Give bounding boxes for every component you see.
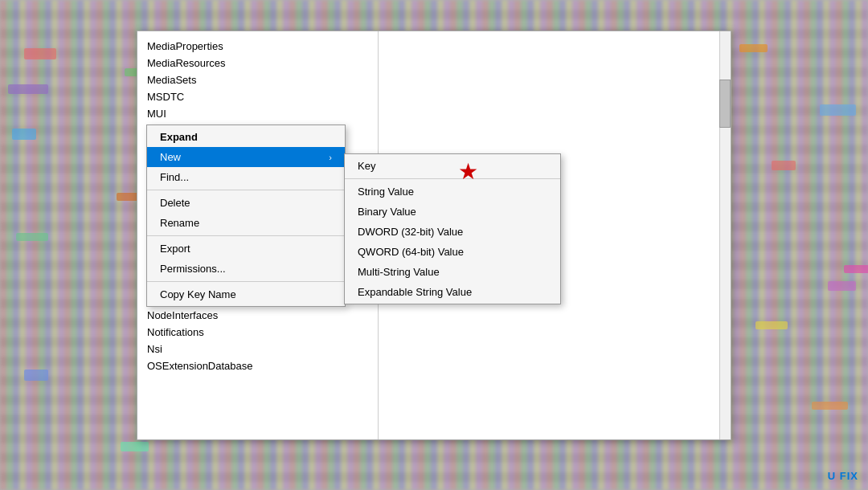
- scrollbar-thumb[interactable]: [719, 80, 731, 128]
- submenu-arrow-icon: ›: [329, 153, 332, 162]
- bg-decoration: [8, 84, 48, 94]
- submenu-item-binary-value[interactable]: Binary Value: [345, 202, 560, 222]
- tree-item-mui[interactable]: MUI: [137, 105, 378, 122]
- red-star-annotation: ★: [458, 161, 478, 183]
- submenu-item-multi-string-value[interactable]: Multi-String Value: [345, 262, 560, 282]
- tree-item-msdtc[interactable]: MSDTC: [137, 88, 378, 105]
- tree-item-node-interfaces[interactable]: NodeInterfaces: [137, 307, 378, 324]
- menu-item-new[interactable]: New ›: [147, 147, 345, 167]
- watermark-text: U FIX: [828, 470, 858, 482]
- separator-3: [147, 281, 345, 282]
- tree-item-notifications[interactable]: Notifications: [137, 324, 378, 341]
- context-menu: Expand New › Find... Delete Rename Expor…: [146, 125, 346, 307]
- tree-item-media-resources[interactable]: MediaResources: [137, 55, 378, 71]
- bg-decoration: [772, 161, 796, 170]
- submenu-item-expandable-string-value[interactable]: Expandable String Value: [345, 282, 560, 302]
- bg-decoration: [24, 48, 56, 59]
- bg-decoration: [24, 370, 48, 381]
- bg-decoration: [844, 265, 868, 273]
- tree-item-media-sets[interactable]: MediaSets: [137, 71, 378, 88]
- tree-item-media-properties[interactable]: MediaProperties: [137, 38, 378, 55]
- menu-item-rename[interactable]: Rename: [147, 213, 345, 233]
- bg-decoration: [828, 281, 856, 291]
- sub-separator-1: [345, 178, 560, 179]
- submenu-item-qword-value[interactable]: QWORD (64-bit) Value: [345, 242, 560, 262]
- bg-decoration: [121, 442, 149, 451]
- menu-item-delete[interactable]: Delete: [147, 193, 345, 213]
- menu-item-copy-key-name[interactable]: Copy Key Name: [147, 284, 345, 304]
- menu-item-expand[interactable]: Expand: [147, 127, 345, 147]
- menu-item-find[interactable]: Find...: [147, 167, 345, 187]
- submenu-item-dword-value[interactable]: DWORD (32-bit) Value: [345, 222, 560, 242]
- scrollbar[interactable]: [719, 31, 731, 439]
- tree-item-nsi[interactable]: Nsi: [137, 341, 378, 357]
- separator-2: [147, 235, 345, 236]
- separator-1: [147, 190, 345, 190]
- menu-item-export[interactable]: Export: [147, 239, 345, 259]
- tree-item-os-extension-database[interactable]: OSExtensionDatabase: [137, 357, 378, 374]
- submenu-item-key[interactable]: Key: [345, 156, 560, 176]
- bg-decoration: [16, 233, 48, 241]
- submenu-item-string-value[interactable]: String Value: [345, 182, 560, 202]
- bg-decoration: [755, 321, 788, 329]
- bg-decoration: [739, 44, 768, 52]
- bg-decoration: [12, 129, 36, 140]
- menu-item-permissions[interactable]: Permissions...: [147, 259, 345, 279]
- sub-context-menu: Key String Value Binary Value DWORD (32-…: [344, 153, 561, 304]
- bg-decoration: [820, 104, 856, 116]
- bg-decoration: [812, 402, 848, 410]
